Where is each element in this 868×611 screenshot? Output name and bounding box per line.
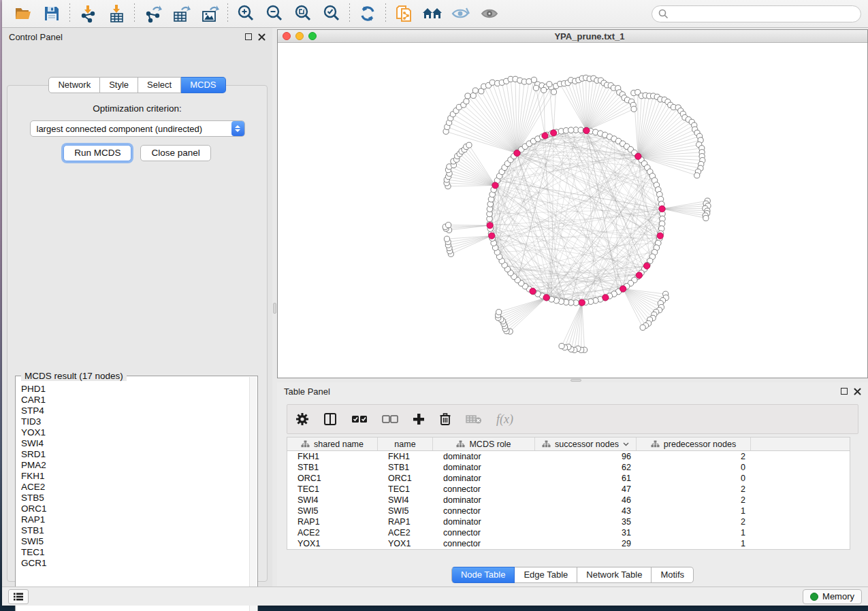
main-toolbar (2, 0, 868, 28)
table-cell: dominator (433, 549, 535, 550)
tab-mcds[interactable]: MCDS (181, 77, 225, 93)
mcds-result-item[interactable]: YOX1 (21, 427, 249, 438)
zoom-fit-button[interactable] (289, 2, 317, 25)
criterion-value: largest connected component (undirected) (31, 124, 231, 134)
mcds-result-item[interactable]: FKH1 (21, 471, 249, 482)
zoom-fit-icon (293, 4, 312, 23)
column-header-MCDS-role[interactable]: MCDS role (433, 437, 535, 450)
zoom-selected-button[interactable] (317, 2, 346, 25)
delete-column-button[interactable] (439, 412, 451, 426)
show-columns-button[interactable] (323, 412, 337, 426)
import-table-button[interactable] (102, 2, 131, 25)
select-all-button[interactable] (351, 414, 368, 424)
table-row[interactable]: ACE2ACE2connector311 (287, 527, 850, 538)
column-label: predecessor nodes (664, 440, 736, 449)
column-header-predecessor-nodes[interactable]: predecessor nodes (637, 437, 751, 450)
tab-edge-table[interactable]: Edge Table (515, 567, 577, 583)
table-row[interactable]: ORC1ORC1dominator610 (287, 473, 850, 484)
network-canvas[interactable] (278, 43, 867, 378)
network-window-title: YPA_prune.txt_1 (319, 31, 861, 42)
close-panel-icon[interactable] (854, 388, 861, 395)
zoom-in-button[interactable] (231, 2, 260, 25)
export-table-button[interactable] (167, 2, 195, 25)
table-cell: connector (433, 484, 535, 495)
tab-style[interactable]: Style (100, 77, 138, 93)
import-table-icon (107, 4, 126, 23)
trash-icon (439, 412, 451, 426)
deselect-all-button[interactable] (382, 414, 398, 424)
mcds-result-item[interactable]: PHD1 (21, 384, 249, 395)
export-network-button[interactable] (138, 2, 167, 25)
mcds-result-item[interactable]: SRD1 (21, 449, 249, 460)
delete-table-icon (466, 414, 482, 425)
mcds-result-item[interactable]: SWI4 (21, 438, 249, 449)
mcds-result-list[interactable]: PHD1CAR1STP4TID3YOX1SWI4SRD1PMA2FKH1ACE2… (16, 378, 249, 611)
mcds-result-groupbox: MCDS result (17 nodes) PHD1CAR1STP4TID3Y… (15, 376, 258, 611)
table-row[interactable]: FKH1FKH1dominator962 (287, 451, 850, 462)
tab-node-table[interactable]: Node Table (451, 567, 515, 583)
save-session-button[interactable] (37, 2, 66, 25)
close-window-button[interactable] (283, 32, 291, 40)
table-row[interactable]: PHD1PHD1dominator180 (287, 549, 850, 550)
table-row[interactable]: YOX1YOX1connector291 (287, 538, 850, 549)
mcds-result-item[interactable]: TID3 (21, 416, 249, 427)
mcds-list-scrollbar[interactable] (249, 377, 257, 611)
mcds-result-item[interactable]: STP4 (21, 406, 249, 416)
show-panels-button[interactable] (8, 589, 29, 604)
run-mcds-button[interactable]: Run MCDS (63, 145, 131, 161)
hide-selected-button[interactable] (447, 2, 475, 25)
tab-select[interactable]: Select (138, 77, 181, 93)
network-window-titlebar[interactable]: YPA_prune.txt_1 (278, 30, 867, 43)
mcds-result-item[interactable]: TEC1 (21, 547, 249, 558)
mcds-result-item[interactable]: GCR1 (21, 558, 249, 569)
minimize-window-button[interactable] (295, 32, 304, 40)
table-row[interactable]: TEC1TEC1connector472 (287, 484, 850, 495)
maximize-window-button[interactable] (308, 32, 317, 40)
mcds-result-item[interactable]: CAR1 (21, 395, 249, 406)
criterion-dropdown[interactable]: largest connected component (undirected) (30, 120, 245, 137)
import-network-button[interactable] (74, 2, 102, 25)
first-neighbors-button[interactable] (418, 2, 447, 25)
table-cell: FKH1 (287, 451, 378, 462)
mcds-result-item[interactable]: ACE2 (21, 482, 249, 493)
node-table-body: FKH1FKH1dominator962STB1STB1dominator620… (287, 451, 850, 550)
float-panel-icon[interactable] (841, 388, 848, 395)
open-session-button[interactable] (9, 2, 37, 25)
show-all-button[interactable] (475, 2, 504, 25)
column-header-shared-name[interactable]: shared name (287, 437, 378, 450)
refresh-button[interactable] (353, 2, 382, 25)
mcds-result-item[interactable]: SWI5 (21, 536, 249, 547)
tab-network[interactable]: Network (48, 77, 100, 93)
horizontal-splitter-grip[interactable] (570, 379, 581, 382)
search-input[interactable] (673, 9, 854, 19)
column-header-successor-nodes[interactable]: successor nodes (535, 437, 637, 450)
close-panel-icon[interactable] (258, 33, 266, 41)
table-row[interactable]: SWI4SWI4dominator462 (287, 495, 850, 506)
table-row[interactable]: STB1STB1dominator620 (287, 462, 850, 473)
vertical-splitter-grip[interactable] (273, 303, 276, 314)
column-type-icon (542, 440, 551, 448)
mcds-result-item[interactable]: ORC1 (21, 503, 249, 514)
mcds-result-item[interactable]: STB5 (21, 493, 249, 503)
float-panel-icon[interactable] (245, 33, 252, 40)
create-column-button[interactable] (413, 413, 425, 425)
mcds-result-item[interactable]: PMA2 (21, 460, 249, 471)
mcds-result-item[interactable]: STB1 (21, 525, 249, 536)
table-row[interactable]: SWI5SWI5connector431 (287, 506, 850, 516)
control-tabs: NetworkStyleSelectMCDS (2, 77, 272, 93)
column-header-name[interactable]: name (378, 437, 433, 450)
tab-network-table[interactable]: Network Table (577, 567, 652, 583)
search-field[interactable] (652, 5, 861, 22)
table-row[interactable]: RAP1RAP1dominator352 (287, 516, 850, 527)
duplicate-network-button[interactable] (389, 2, 418, 25)
tab-motifs[interactable]: Motifs (652, 567, 694, 583)
table-settings-button[interactable] (295, 412, 309, 426)
export-image-button[interactable] (195, 2, 224, 25)
table-cell: 2 (637, 516, 751, 527)
close-panel-button[interactable]: Close panel (140, 145, 210, 161)
zoom-selected-icon (322, 4, 341, 23)
memory-button[interactable]: Memory (803, 589, 862, 604)
vertical-splitter[interactable] (272, 28, 277, 587)
mcds-result-item[interactable]: RAP1 (21, 514, 249, 525)
zoom-out-button[interactable] (260, 2, 289, 25)
